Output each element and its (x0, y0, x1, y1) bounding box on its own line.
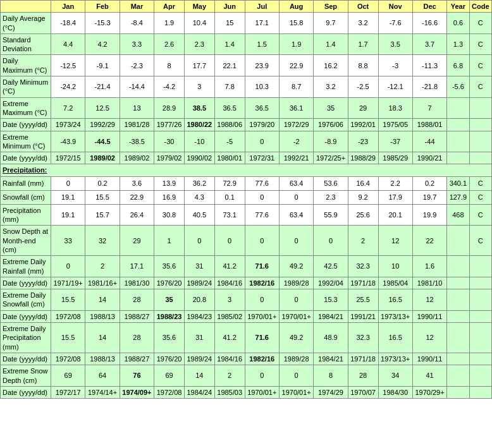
table-body: Daily Average (°C)-18.4-15.3-8.41.910.41… (1, 13, 492, 399)
data-cell: 1971/19+ (51, 277, 85, 289)
row-label: Extreme Daily Rainfall (mm) (1, 256, 51, 277)
data-cell (469, 310, 491, 322)
data-cell: 1972/08 (51, 310, 85, 322)
data-cell: 1972/17 (51, 386, 85, 398)
table-row: Snow Depth at Month-end (cm)333229100000… (1, 226, 492, 256)
data-cell: 15.5 (85, 190, 120, 204)
data-cell (447, 289, 469, 311)
data-cell: 76 (120, 365, 154, 387)
data-cell: 63.4 (279, 204, 313, 226)
data-cell: 13.9 (154, 176, 185, 190)
data-cell: 77.6 (245, 204, 279, 226)
month-header-jan: Jan (51, 1, 85, 13)
data-cell: 3.6 (120, 176, 154, 190)
section-header-precipitation: Precipitation: (1, 164, 492, 176)
data-cell: 1973/13+ (378, 310, 412, 322)
data-cell: 16.4 (348, 176, 378, 190)
data-cell: 1974/09+ (120, 386, 154, 398)
row-label: Date (yyyy/dd) (1, 152, 51, 164)
data-cell: 22.9 (279, 55, 313, 76)
data-cell: 1989/28 (279, 277, 313, 289)
data-cell: 1984/16 (214, 353, 245, 365)
data-cell: C (469, 190, 491, 204)
data-cell: 49.2 (279, 256, 313, 277)
row-label: Snow Depth at Month-end (cm) (1, 226, 51, 256)
data-cell: 28 (348, 365, 378, 387)
data-cell: 36.5 (214, 97, 245, 119)
month-header-feb: Feb (85, 1, 120, 13)
month-header-oct: Oct (348, 1, 378, 13)
row-label: Snowfall (cm) (1, 190, 51, 204)
data-cell: -18.4 (51, 13, 85, 34)
data-cell: 25.5 (348, 289, 378, 311)
data-cell: 69 (154, 365, 185, 387)
data-cell: 19.1 (51, 204, 85, 226)
data-cell: 22.1 (214, 55, 245, 76)
data-cell: 1.4 (214, 33, 245, 55)
data-cell: 1988/29 (348, 152, 378, 164)
data-cell: 3.2 (314, 76, 348, 98)
row-label: Daily Average (°C) (1, 13, 51, 34)
data-cell: 1.3 (447, 33, 469, 55)
data-cell: 1990/11 (412, 310, 446, 322)
data-cell: 1992/01 (348, 119, 378, 131)
row-label: Standard Deviation (1, 33, 51, 55)
data-cell: -8.9 (314, 131, 348, 152)
month-header-jul: Jul (245, 1, 279, 13)
data-cell (469, 323, 491, 353)
data-cell: 0 (184, 226, 214, 256)
data-cell (447, 277, 469, 289)
table-header-row: JanFebMarAprMayJunJulAugSepOctNovDecYear… (1, 1, 492, 13)
data-cell: 127.9 (447, 190, 469, 204)
data-cell: 16.9 (154, 190, 185, 204)
data-cell: 1971/18 (348, 353, 378, 365)
data-cell: C (469, 55, 491, 76)
data-cell: 41 (412, 365, 446, 387)
data-cell: 1979/20 (245, 119, 279, 131)
row-label: Extreme Snow Depth (cm) (1, 365, 51, 387)
table-row: Extreme Minimum (°C)-43.9-44.5-38.5-30-1… (1, 131, 492, 152)
data-cell: 6.8 (447, 55, 469, 76)
data-cell: -23 (348, 131, 378, 152)
data-cell: 71.6 (245, 323, 279, 353)
data-cell: 0.6 (447, 13, 469, 34)
data-cell: 15.7 (85, 204, 120, 226)
row-label: Date (yyyy/dd) (1, 386, 51, 398)
data-cell: 1984/21 (314, 310, 348, 322)
row-label: Date (yyyy/dd) (1, 119, 51, 131)
data-cell: 3 (184, 76, 214, 98)
data-cell: C (469, 204, 491, 226)
row-label: Precipitation (mm) (1, 204, 51, 226)
data-cell: 18.3 (378, 97, 412, 119)
data-cell: 32 (85, 226, 120, 256)
data-cell: 0 (51, 176, 85, 190)
data-cell (447, 256, 469, 277)
table-row: Date (yyyy/dd)1971/19+1981/16+1981/30197… (1, 277, 492, 289)
row-label: Extreme Minimum (°C) (1, 131, 51, 152)
data-cell: 69 (51, 365, 85, 387)
data-cell: 36.1 (279, 97, 313, 119)
data-cell: 35.6 (154, 256, 185, 277)
data-cell: 1984/23 (184, 310, 214, 322)
data-cell (447, 353, 469, 365)
data-cell: 1.9 (154, 13, 185, 34)
month-header-aug: Aug (279, 1, 313, 13)
data-cell: 4.2 (85, 33, 120, 55)
data-cell: 1.6 (412, 256, 446, 277)
data-cell: 3.2 (348, 13, 378, 34)
data-cell: 1988/27 (120, 353, 154, 365)
data-cell: 1985/04 (378, 277, 412, 289)
data-cell: -5.6 (447, 76, 469, 98)
data-cell: 1984/30 (378, 386, 412, 398)
data-cell: 1970/01+ (245, 386, 279, 398)
data-cell: 8.8 (348, 55, 378, 76)
data-cell: 1989/24 (184, 353, 214, 365)
data-cell (447, 131, 469, 152)
data-cell: 1974/14+ (85, 386, 120, 398)
table-row: Precipitation (mm)19.115.726.430.840.573… (1, 204, 492, 226)
data-cell: 16.5 (378, 323, 412, 353)
data-cell: 77.6 (245, 176, 279, 190)
data-cell: 1976/20 (154, 277, 185, 289)
month-header-sep: Sep (314, 1, 348, 13)
data-cell: -15.3 (85, 13, 120, 34)
